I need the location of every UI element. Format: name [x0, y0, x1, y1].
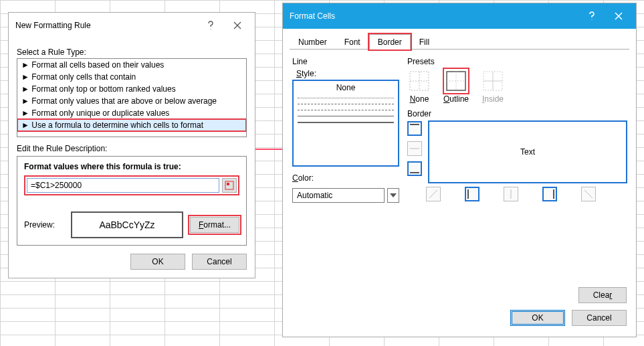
rule-type-list[interactable]: ► Format all cells based on their values… [17, 58, 247, 137]
edit-rule-description-label: Edit the Rule Description: [17, 144, 247, 153]
svg-line-20 [584, 190, 593, 198]
presets-group-label: Presets [407, 57, 627, 66]
border-top-button[interactable] [407, 121, 422, 136]
svg-line-16 [429, 190, 437, 198]
rule-type-item[interactable]: ► Format only unique or duplicate values [17, 107, 246, 119]
color-label: Color: [292, 173, 399, 183]
color-select[interactable]: Automatic [292, 188, 385, 203]
border-diagonal-down-button[interactable] [581, 187, 596, 201]
tab-underline [290, 49, 629, 50]
formula-label: Format values where this formula is true… [24, 162, 239, 171]
close-button[interactable] [224, 18, 251, 33]
color-dropdown-button[interactable] [387, 188, 399, 203]
format-cells-dialog: Format Cells Number Font Border Fill Lin… [282, 3, 637, 337]
line-style-option[interactable] [298, 110, 394, 110]
line-style-list[interactable]: None [292, 80, 399, 167]
preset-outline[interactable]: Outline [443, 69, 469, 104]
dialog-buttons: OK Cancel [17, 254, 247, 270]
clear-button[interactable]: Clear [578, 287, 627, 303]
border-group-label: Border [407, 109, 627, 118]
formula-input[interactable] [27, 178, 219, 193]
tab-fill[interactable]: Fill [411, 34, 438, 50]
preset-inside[interactable]: Inside [481, 69, 505, 104]
tab-border[interactable]: Border [369, 34, 411, 50]
border-right-button[interactable] [542, 187, 557, 201]
svg-rect-1 [227, 183, 229, 185]
help-button[interactable] [197, 18, 224, 33]
new-formatting-rule-dialog: New Formatting Rule Select a Rule Type: … [8, 12, 255, 278]
title-bar: New Formatting Rule [9, 13, 255, 38]
border-diagonal-up-button[interactable] [426, 187, 441, 201]
cancel-button[interactable]: Cancel [192, 254, 247, 270]
close-button[interactable] [605, 9, 632, 23]
border-left-button[interactable] [465, 187, 479, 201]
rule-type-item[interactable]: ► Format only top or bottom ranked value… [17, 83, 246, 95]
rule-type-item-selected[interactable]: ► Use a formula to determine which cells… [17, 119, 246, 131]
preset-none[interactable]: None [407, 69, 431, 104]
border-middle-v-button[interactable] [504, 187, 518, 201]
ok-button[interactable]: OK [130, 254, 185, 270]
preview-sample: AaBbCcYyZz [71, 211, 183, 238]
formula-row [24, 175, 239, 195]
help-button[interactable] [578, 9, 605, 23]
dialog-title: Format Cells [290, 11, 578, 21]
cancel-button[interactable]: Cancel [572, 310, 627, 326]
line-style-option[interactable] [298, 98, 394, 98]
border-middle-h-button[interactable] [407, 141, 422, 156]
line-style-option[interactable] [298, 122, 394, 123]
preview-label: Preview: [24, 220, 64, 230]
style-label: Style: [296, 69, 399, 78]
tab-font[interactable]: Font [336, 34, 369, 50]
border-bottom-button[interactable] [407, 161, 422, 176]
title-bar: Format Cells [283, 3, 636, 29]
line-style-none[interactable]: None [298, 83, 394, 92]
rule-type-item[interactable]: ► Format all cells based on their values [17, 59, 246, 71]
rule-description-box: Format values where this formula is true… [17, 156, 247, 246]
line-group-label: Line [292, 57, 399, 66]
rule-type-item[interactable]: ► Format only cells that contain [17, 71, 246, 83]
select-rule-type-label: Select a Rule Type: [17, 48, 247, 57]
format-button[interactable]: Format... [190, 217, 239, 233]
border-preview[interactable]: Text [429, 121, 627, 183]
dialog-title: New Formatting Rule [15, 21, 197, 30]
range-selector-button[interactable] [222, 178, 237, 193]
line-style-option[interactable] [298, 104, 394, 104]
tab-strip: Number Font Border Fill [290, 34, 629, 50]
preview-row: Preview: AaBbCcYyZz Format... [24, 211, 239, 238]
ok-button[interactable]: OK [510, 310, 565, 326]
tab-number[interactable]: Number [290, 34, 336, 50]
line-style-option[interactable] [298, 116, 394, 116]
rule-type-item[interactable]: ► Format only values that are above or b… [17, 95, 246, 107]
